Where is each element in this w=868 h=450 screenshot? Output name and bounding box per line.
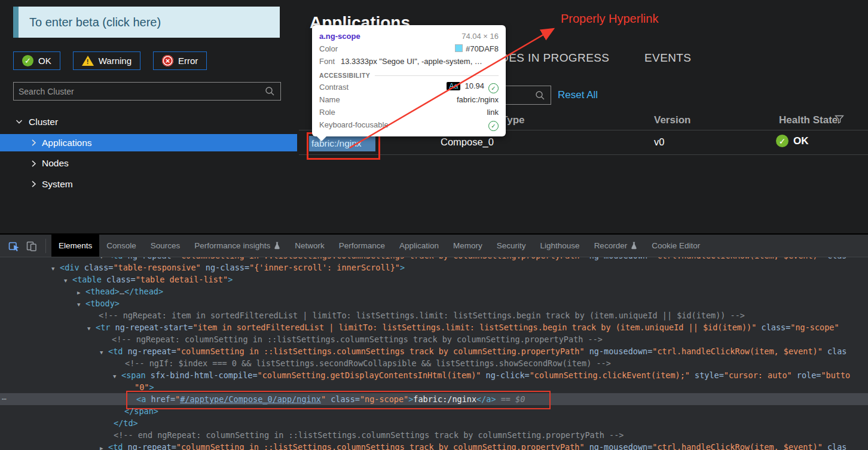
tooltip-role-value: link — [487, 108, 499, 117]
devtools-code-line[interactable]: ▶<thead>…</thead> — [0, 285, 868, 297]
button-label: OK — [38, 56, 51, 66]
tooltip-accessibility-header: ACCESSIBILITY — [319, 72, 499, 79]
ok-filter-button[interactable]: ✓OK — [13, 51, 60, 70]
flask-icon — [274, 242, 280, 250]
devtools-code-line[interactable]: <!-- end ngRepeat: columnSetting in ::li… — [0, 429, 868, 441]
error-filter-button[interactable]: ×Error — [153, 51, 207, 70]
devtools-code-line[interactable]: </td> — [0, 417, 868, 429]
collapse-arrow-icon[interactable]: ▼ — [64, 275, 72, 287]
annotation-label: Properly Hyperlink — [561, 12, 658, 26]
reset-all-link[interactable]: Reset All — [558, 89, 598, 101]
devtools-panel: ElementsConsoleSourcesPerformance insigh… — [0, 233, 868, 450]
collapse-arrow-icon[interactable]: ▼ — [51, 263, 60, 275]
button-label: Error — [178, 56, 198, 66]
device-toolbar-icon[interactable] — [24, 238, 39, 254]
devtools-tab-memory[interactable]: Memory — [446, 235, 490, 257]
tooltip-font-label: Font — [319, 57, 335, 66]
tab-events[interactable]: EVENTS — [644, 51, 691, 65]
button-label: Warning — [99, 56, 132, 66]
chevron-right-icon[interactable] — [31, 180, 36, 188]
tooltip-color-value: #70DAF8 — [466, 44, 499, 53]
devtools-code-line[interactable]: <!-- ngIf: $index === 0 && listSettings.… — [0, 357, 868, 369]
devtools-code-line-selected[interactable]: <a href="#/apptype/Compose_0/app/nginx" … — [0, 393, 868, 405]
devtools-tab-console[interactable]: Console — [99, 235, 143, 257]
tab-label: Cookie Editor — [652, 241, 700, 250]
devtools-tab-performance-insights[interactable]: Performance insights — [187, 235, 288, 257]
warning-filter-button[interactable]: !Warning — [73, 51, 140, 70]
devtools-code-line[interactable]: ▼<tr ng-repeat-start="item in sortedFilt… — [0, 321, 868, 333]
devtools-code-line[interactable]: ▼<td ng-repeat="columnSetting in ::listS… — [0, 345, 868, 357]
tree-node-label: Cluster — [29, 117, 58, 127]
health-state-value: OK — [793, 135, 809, 147]
tab-label: Sources — [151, 241, 181, 250]
devtools-code-line[interactable]: ▼<tbody> — [0, 297, 868, 309]
search-icon — [535, 90, 545, 101]
application-type-cell: Compose_0 — [441, 136, 494, 148]
tree-node-label: Applications — [42, 138, 92, 148]
devtools-code-line[interactable]: </span> — [0, 405, 868, 417]
collapse-arrow-icon[interactable]: ▼ — [87, 323, 96, 335]
error-status-icon: × — [162, 55, 173, 66]
inspect-element-icon[interactable] — [6, 238, 22, 254]
ok-status-icon: ✓ — [776, 135, 788, 147]
tab-label: Security — [497, 241, 526, 250]
tree-node-applications[interactable]: Applications — [0, 134, 297, 151]
tab-label: Memory — [453, 241, 482, 250]
color-swatch — [455, 44, 463, 52]
devtools-code-line[interactable]: ▼<div class="table-responsive" ng-class=… — [0, 262, 868, 273]
devtools-code-line[interactable]: "0"> — [0, 381, 868, 393]
devtools-code-line[interactable]: ▼<td ng-repeat="columnSetting in ::listS… — [0, 257, 868, 262]
flask-icon — [631, 242, 637, 250]
devtools-tab-lighthouse[interactable]: Lighthouse — [533, 235, 587, 257]
inspect-tooltip: a.ng-scope 74.04 × 16 Color #70DAF8 Font… — [312, 25, 506, 136]
collapse-arrow-icon[interactable]: ▼ — [77, 299, 85, 311]
cluster-search-box[interactable] — [13, 82, 281, 101]
tree-node-cluster[interactable]: Cluster — [0, 114, 297, 130]
tree-node-nodes[interactable]: Nodes — [0, 155, 297, 172]
cluster-search-input[interactable] — [14, 87, 265, 96]
banner-accent-bar — [13, 7, 19, 38]
devtools-code-line[interactable]: ▶<td ng-repeat="columnSetting in ::listS… — [0, 441, 868, 450]
devtools-tab-elements[interactable]: Elements — [51, 235, 99, 257]
collapse-arrow-icon[interactable]: ▼ — [113, 370, 121, 382]
tab-label: Application — [399, 241, 439, 250]
collapse-arrow-icon[interactable]: ▼ — [100, 346, 108, 358]
devtools-code-line[interactable]: ▼<span sfx-bind-html-compile="columnSett… — [0, 369, 868, 381]
tooltip-name-value: fabric:/nginx — [457, 95, 499, 104]
devtools-tab-sources[interactable]: Sources — [143, 235, 188, 257]
search-icon — [265, 86, 275, 96]
tree-node-label: System — [42, 179, 73, 190]
devtools-code-line[interactable]: <!-- ngRepeat: item in sortedFilteredLis… — [0, 309, 868, 321]
expand-arrow-icon[interactable]: ▶ — [100, 442, 108, 450]
gutter-ellipsis: ⋯ — [2, 393, 7, 405]
tab-label: Elements — [59, 241, 92, 250]
chevron-down-icon[interactable] — [16, 119, 23, 124]
tooltip-dimensions: 74.04 × 16 — [461, 32, 499, 41]
column-header-version[interactable]: Version — [654, 114, 690, 126]
filter-funnel-icon[interactable] — [835, 115, 844, 124]
devtools-tab-performance[interactable]: Performance — [332, 235, 392, 257]
devtools-code-line[interactable]: ▼<table class="table detail-list"> — [0, 273, 868, 285]
column-header-health-state[interactable]: Health State — [779, 114, 838, 126]
banner-text: To enter beta (click here) — [29, 16, 161, 29]
tree-node-system[interactable]: System — [0, 175, 297, 193]
beta-banner[interactable]: To enter beta (click here) — [13, 7, 280, 38]
devtools-tab-cookie-editor[interactable]: Cookie Editor — [644, 235, 707, 257]
tab-label: Performance — [339, 241, 385, 250]
tooltip-keyboard-label: Keyboard-focusable — [319, 120, 389, 129]
devtools-toolbar: ElementsConsoleSourcesPerformance insigh… — [0, 235, 868, 257]
devtools-tab-network[interactable]: Network — [288, 235, 332, 257]
chevron-right-icon[interactable] — [31, 139, 36, 147]
devtools-tab-application[interactable]: Application — [392, 235, 446, 257]
tab-upgrades-in-progress[interactable]: ADES IN PROGRESS — [493, 51, 609, 65]
health-state-cell: ✓ OK — [776, 135, 809, 147]
devtools-code-line[interactable]: <!-- ngRepeat: columnSetting in ::listSe… — [0, 333, 868, 345]
warning-status-icon: ! — [82, 56, 94, 66]
expand-arrow-icon[interactable]: ▶ — [77, 287, 85, 299]
collapse-arrow-icon[interactable]: ▼ — [100, 257, 108, 262]
devtools-tab-security[interactable]: Security — [490, 235, 533, 257]
chevron-right-icon[interactable] — [31, 160, 36, 168]
devtools-tab-recorder[interactable]: Recorder — [587, 235, 645, 257]
tab-label: Performance insights — [194, 241, 270, 250]
contrast-aa-badge: Aa — [447, 82, 460, 90]
